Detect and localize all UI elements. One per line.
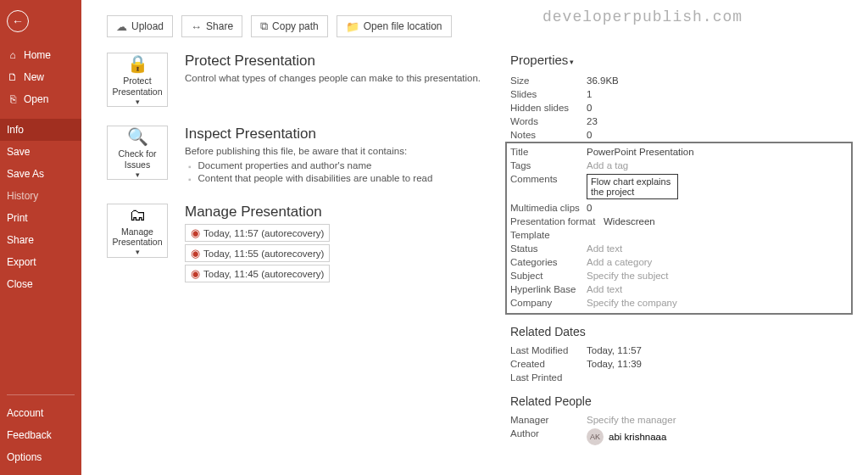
sidebar-item-save[interactable]: Save bbox=[0, 141, 81, 163]
new-icon: 🗋 bbox=[7, 71, 19, 83]
sidebar-item-new[interactable]: 🗋 New bbox=[0, 66, 81, 88]
section-desc: Control what types of changes people can… bbox=[185, 73, 481, 83]
content-area: ☁Upload ↔Share ⧉Copy path 📁Open file loc… bbox=[81, 0, 868, 475]
tile-label: Manage Presentation bbox=[109, 226, 165, 247]
prop-manager[interactable]: ManagerSpecify the manager bbox=[510, 413, 853, 427]
check-issues-tile[interactable]: 🔍 Check for Issues ▾ bbox=[107, 126, 168, 180]
prop-words: Words23 bbox=[510, 115, 853, 128]
prop-key: Size bbox=[510, 75, 587, 86]
prop-last-printed: Last Printed bbox=[510, 371, 853, 384]
copy-path-button[interactable]: ⧉Copy path bbox=[251, 15, 328, 37]
prop-value: 0 bbox=[587, 103, 592, 113]
properties-heading[interactable]: Properties▾ bbox=[510, 53, 853, 67]
bullet-text: Content that people with disabilities ar… bbox=[198, 173, 433, 183]
sidebar-item-info[interactable]: Info bbox=[0, 119, 81, 141]
protect-section: 🔒 Protect Presentation ▾ Protect Present… bbox=[107, 53, 488, 107]
protect-presentation-tile[interactable]: 🔒 Protect Presentation ▾ bbox=[107, 53, 168, 107]
button-label: Share bbox=[206, 20, 233, 32]
sidebar-item-share[interactable]: Share bbox=[0, 229, 81, 251]
sidebar-item-saveas[interactable]: Save As bbox=[0, 163, 81, 185]
prop-value: PowerPoint Presentation bbox=[587, 147, 694, 157]
sidebar-item-options[interactable]: Options bbox=[0, 446, 81, 468]
chevron-down-icon: ▾ bbox=[136, 98, 140, 106]
prop-title[interactable]: TitlePowerPoint Presentation bbox=[510, 145, 848, 159]
prop-placeholder: Specify the manager bbox=[587, 415, 676, 425]
sidebar-item-export[interactable]: Export bbox=[0, 251, 81, 273]
prop-key: Categories bbox=[510, 257, 587, 267]
sidebar-label: Save As bbox=[7, 168, 44, 180]
back-button[interactable]: ← bbox=[7, 10, 29, 32]
chevron-down-icon: ▾ bbox=[136, 170, 140, 179]
prop-company[interactable]: CompanySpecify the company bbox=[510, 296, 848, 310]
comments-input[interactable]: Flow chart explains the project bbox=[587, 174, 678, 199]
open-location-button[interactable]: 📁Open file location bbox=[337, 15, 452, 37]
share-button[interactable]: ↔Share bbox=[181, 15, 242, 37]
prop-value: 0 bbox=[587, 130, 592, 140]
prop-slides: Slides1 bbox=[510, 87, 853, 101]
manage-icon: 🗂 bbox=[129, 205, 146, 225]
prop-notes: Notes0 bbox=[510, 128, 853, 142]
autorecovery-label: Today, 11:57 (autorecovery) bbox=[203, 228, 324, 238]
prop-placeholder: Add a tag bbox=[587, 160, 628, 170]
sidebar-label: Open bbox=[24, 93, 48, 105]
prop-hyperlink[interactable]: Hyperlink BaseAdd text bbox=[510, 282, 848, 296]
sidebar-item-account[interactable]: Account bbox=[0, 402, 81, 424]
prop-key: Hyperlink Base bbox=[510, 284, 587, 294]
section-title: Inspect Presentation bbox=[185, 126, 432, 142]
prop-value: 1 bbox=[587, 89, 592, 99]
related-people-heading: Related People bbox=[510, 394, 853, 408]
autorecovery-item[interactable]: ◉Today, 11:55 (autorecovery) bbox=[185, 244, 330, 262]
sidebar-item-print[interactable]: Print bbox=[0, 207, 81, 229]
prop-multimedia: Multimedia clips0 bbox=[510, 201, 848, 215]
tile-label: Protect Presentation bbox=[109, 75, 165, 96]
prop-last-modified: Last ModifiedToday, 11:57 bbox=[510, 344, 853, 357]
prop-comments[interactable]: Comments Flow chart explains the project bbox=[510, 172, 848, 201]
manage-presentation-tile[interactable]: 🗂 Manage Presentation ▾ bbox=[107, 204, 168, 258]
upload-button[interactable]: ☁Upload bbox=[107, 15, 173, 37]
sidebar-item-home[interactable]: ⌂ Home bbox=[0, 44, 81, 66]
folder-icon: 📁 bbox=[346, 20, 359, 33]
prop-value: Today, 11:57 bbox=[587, 345, 642, 355]
back-arrow-icon: ← bbox=[12, 14, 24, 28]
section-desc: Before publishing this file, be aware th… bbox=[185, 146, 432, 156]
link-icon: ⧉ bbox=[260, 20, 268, 33]
prop-categories[interactable]: CategoriesAdd a category bbox=[510, 255, 848, 269]
sidebar-label: Account bbox=[7, 407, 43, 419]
sidebar-divider bbox=[7, 394, 75, 395]
section-title: Protect Presentation bbox=[185, 53, 481, 70]
prop-format: Presentation formatWidescreen bbox=[510, 215, 848, 228]
heading-text: Properties bbox=[510, 53, 568, 67]
prop-placeholder: Specify the company bbox=[587, 298, 677, 308]
sidebar-label: New bbox=[24, 71, 44, 83]
bullet-item: Document properties and author's name bbox=[188, 159, 432, 172]
prop-status[interactable]: StatusAdd text bbox=[510, 242, 848, 255]
ppt-file-icon: ◉ bbox=[191, 247, 200, 260]
author-value: AK abi krishnaaa bbox=[587, 428, 666, 445]
sidebar-item-feedback[interactable]: Feedback bbox=[0, 424, 81, 446]
prop-key: Words bbox=[510, 116, 587, 126]
autorecovery-item[interactable]: ◉Today, 11:57 (autorecovery) bbox=[185, 224, 330, 242]
prop-subject[interactable]: SubjectSpecify the subject bbox=[510, 269, 848, 282]
prop-key: Title bbox=[510, 147, 587, 157]
inspect-icon: 🔍 bbox=[127, 126, 148, 147]
sidebar-label: Feedback bbox=[7, 429, 52, 441]
upload-icon: ☁ bbox=[116, 20, 127, 33]
prop-key: Comments bbox=[510, 174, 587, 184]
prop-key: Created bbox=[510, 359, 587, 369]
bullet-text: Document properties and author's name bbox=[198, 160, 372, 170]
sidebar-item-open[interactable]: ⎘ Open bbox=[0, 88, 81, 110]
share-icon: ↔ bbox=[191, 20, 202, 33]
prop-key: Hidden slides bbox=[510, 103, 587, 113]
sidebar-label: Close bbox=[7, 278, 33, 290]
prop-placeholder: Add text bbox=[587, 243, 622, 254]
prop-value: Today, 11:39 bbox=[587, 359, 642, 369]
inspect-section: 🔍 Check for Issues ▾ Inspect Presentatio… bbox=[107, 126, 488, 185]
watermark-text: developerpublish.com bbox=[542, 8, 743, 25]
bullet-item: Content that people with disabilities ar… bbox=[188, 172, 432, 185]
sidebar-item-history: History bbox=[0, 185, 81, 207]
highlighted-region: TitlePowerPoint Presentation TagsAdd a t… bbox=[505, 142, 853, 315]
prop-tags[interactable]: TagsAdd a tag bbox=[510, 159, 848, 172]
prop-author[interactable]: Author AK abi krishnaaa bbox=[510, 427, 853, 447]
sidebar-item-close[interactable]: Close bbox=[0, 273, 81, 295]
autorecovery-item[interactable]: ◉Today, 11:45 (autorecovery) bbox=[185, 265, 330, 282]
